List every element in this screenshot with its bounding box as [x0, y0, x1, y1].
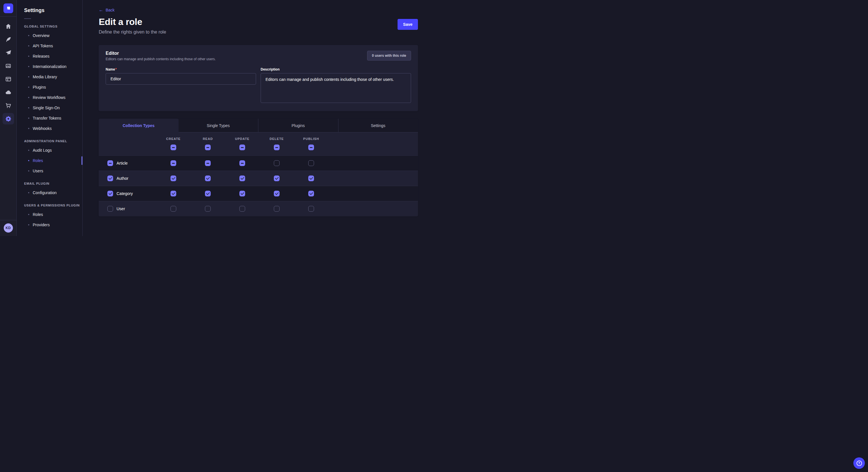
author-create-checkbox[interactable] [170, 175, 176, 181]
deploy-paper-plane-icon[interactable] [3, 47, 14, 59]
select-all-create-checkbox[interactable] [170, 144, 176, 150]
select-all-read-checkbox[interactable] [205, 144, 211, 150]
sidebar-item-label: Releases [33, 54, 50, 59]
author-publish-checkbox[interactable] [308, 175, 314, 181]
user-publish-checkbox[interactable] [308, 206, 314, 212]
user-avatar[interactable]: KD [4, 224, 13, 233]
sidebar-item-single-sign-on[interactable]: Single Sign-On [17, 103, 82, 113]
sidebar-item-overview[interactable]: Overview [17, 30, 82, 41]
home-icon[interactable] [3, 21, 14, 32]
rail-bottom-divider [0, 220, 17, 220]
role-name-input[interactable] [105, 73, 256, 85]
user-read-checkbox[interactable] [205, 206, 211, 212]
permissions-tabs: Collection TypesSingle TypesPluginsSetti… [99, 119, 418, 133]
column-label: DELETE [270, 137, 284, 140]
permission-row-author: Author [99, 171, 418, 186]
user-delete-checkbox[interactable] [274, 206, 280, 212]
category-read-checkbox[interactable] [205, 191, 211, 196]
tab-collection-types[interactable]: Collection Types [99, 119, 179, 133]
column-header-read: READ [191, 137, 225, 150]
sidebar-item-label: Single Sign-On [33, 105, 60, 110]
sidebar-item-plugins[interactable]: Plugins [17, 82, 82, 92]
bullet-icon [28, 97, 29, 98]
author-read-checkbox[interactable] [205, 175, 211, 181]
page-title: Edit a role [99, 16, 166, 27]
role-description-textarea[interactable]: Editors can manage and publish contents … [260, 73, 411, 103]
section-header: GLOBAL SETTINGS [17, 25, 82, 28]
content-type-builder-layout-icon[interactable] [3, 73, 14, 85]
bullet-icon [28, 224, 29, 225]
sidebar-item-label: Roles [33, 212, 43, 217]
sidebar-item-configuration[interactable]: Configuration [17, 188, 82, 198]
subnav-title-divider [24, 19, 31, 19]
users-with-role-button[interactable]: 0 users with this role [367, 51, 411, 61]
select-all-update-checkbox[interactable] [239, 144, 245, 150]
bullet-icon [28, 150, 29, 151]
bullet-icon [28, 192, 29, 193]
category-create-checkbox[interactable] [170, 191, 176, 196]
strapi-logo[interactable] [3, 3, 13, 13]
column-label: PUBLISH [303, 137, 319, 140]
article-read-checkbox[interactable] [205, 160, 211, 166]
article-update-checkbox[interactable] [239, 160, 245, 166]
sidebar-item-releases[interactable]: Releases [17, 51, 82, 61]
tab-settings[interactable]: Settings [338, 119, 418, 133]
bullet-icon [28, 214, 29, 215]
sidebar-item-roles[interactable]: Roles [17, 156, 82, 166]
save-button[interactable]: Save [398, 19, 418, 30]
back-link[interactable]: ← Back [99, 8, 115, 12]
article-publish-checkbox[interactable] [308, 160, 314, 166]
settings-subnav: Settings GLOBAL SETTINGSOverviewAPI Toke… [17, 0, 83, 236]
row-article-checkbox[interactable] [107, 160, 113, 166]
rail-bottom: KD [0, 220, 17, 236]
content-manager-feather-icon[interactable] [3, 34, 14, 45]
back-label: Back [105, 8, 115, 12]
name-label: Name* [105, 67, 256, 71]
row-author-checkbox[interactable] [107, 175, 113, 181]
sidebar-item-review-workflows[interactable]: Review Workflows [17, 92, 82, 103]
row-category-checkbox[interactable] [107, 191, 113, 196]
settings-gear-icon[interactable] [3, 113, 14, 125]
sidebar-item-webhooks[interactable]: Webhooks [17, 123, 82, 134]
row-label: Author [117, 176, 128, 181]
column-label: CREATE [166, 137, 181, 140]
bullet-icon [28, 76, 29, 77]
bullet-icon [28, 87, 29, 88]
select-all-publish-checkbox[interactable] [308, 144, 314, 150]
user-create-checkbox[interactable] [170, 206, 176, 212]
sidebar-item-api-tokens[interactable]: API Tokens [17, 41, 82, 51]
sidebar-item-media-library[interactable]: Media Library [17, 72, 82, 82]
sidebar-item-roles[interactable]: Roles [17, 209, 82, 220]
category-update-checkbox[interactable] [239, 191, 245, 196]
sidebar-item-users[interactable]: Users [17, 166, 82, 176]
article-create-checkbox[interactable] [170, 160, 176, 166]
tab-single-types[interactable]: Single Types [179, 119, 258, 133]
tab-plugins[interactable]: Plugins [258, 119, 338, 133]
cloud-icon[interactable] [3, 87, 14, 98]
column-header-update: UPDATE [225, 137, 259, 150]
user-update-checkbox[interactable] [239, 206, 245, 212]
category-delete-checkbox[interactable] [274, 191, 280, 196]
category-publish-checkbox[interactable] [308, 191, 314, 196]
name-field-group: Name* [105, 67, 256, 104]
back-arrow-icon: ← [99, 8, 103, 12]
sidebar-item-internationalization[interactable]: Internationalization [17, 61, 82, 72]
sidebar-item-audit-logs[interactable]: Audit Logs [17, 145, 82, 156]
sidebar-item-label: Review Workflows [33, 95, 65, 100]
main-content: ← Back Edit a role Define the rights giv… [83, 0, 434, 236]
sidebar-item-transfer-tokens[interactable]: Transfer Tokens [17, 113, 82, 123]
select-all-delete-checkbox[interactable] [274, 144, 280, 150]
sidebar-item-providers[interactable]: Providers [17, 220, 82, 230]
bullet-icon [28, 66, 29, 67]
author-update-checkbox[interactable] [239, 175, 245, 181]
required-asterisk: * [115, 67, 117, 71]
article-delete-checkbox[interactable] [274, 160, 280, 166]
media-library-images-icon[interactable] [3, 60, 14, 72]
role-description-text: Editors can manage and publish contents … [105, 57, 216, 61]
bullet-icon [28, 107, 29, 108]
row-user-checkbox[interactable] [107, 206, 113, 212]
marketplace-cart-icon[interactable] [3, 100, 14, 111]
sidebar-item-label: Audit Logs [33, 148, 52, 153]
author-delete-checkbox[interactable] [274, 175, 280, 181]
bullet-icon [28, 56, 29, 57]
